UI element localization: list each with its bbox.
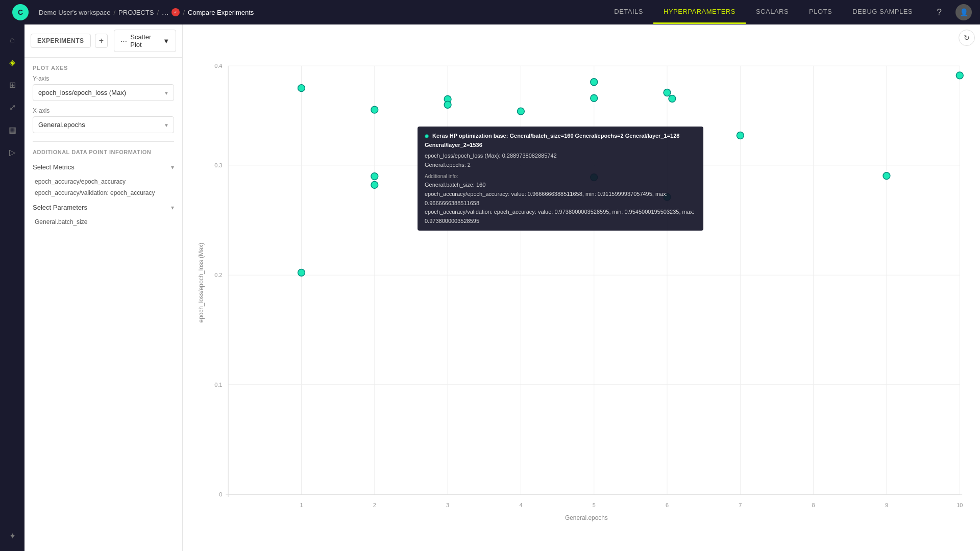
sidebar-icon-dataset[interactable]: ▦ <box>3 120 21 139</box>
data-point[interactable] <box>883 172 890 180</box>
breadcrumb: Demo User's workspace / PROJECTS / ... ✓… <box>39 8 604 17</box>
experiments-button[interactable]: EXPERIMENTS <box>31 34 91 48</box>
svg-text:6: 6 <box>666 502 669 508</box>
svg-text:9: 9 <box>885 502 888 508</box>
data-point[interactable] <box>664 89 671 96</box>
sep1: / <box>113 9 115 16</box>
svg-text:7: 7 <box>739 502 742 508</box>
x-axis-group: X-axis General.epochs <box>24 107 182 139</box>
data-point[interactable] <box>517 108 524 115</box>
logo[interactable]: C <box>12 4 29 20</box>
svg-text:0: 0 <box>219 491 222 497</box>
select-parameters-header[interactable]: Select Parameters ▾ <box>24 198 182 216</box>
scatter-icon: ⋯ <box>120 37 127 45</box>
scatter-plot-label: Scatter Plot <box>130 33 160 48</box>
main-layout: ⌂ ◈ ⊞ ⤢ ▦ ▷ ✦ EXPERIMENTS + ⋯ Scatter Pl… <box>0 24 980 551</box>
metrics-list: epoch_accuracy/epoch_accuracy epoch_accu… <box>24 176 182 198</box>
svg-text:10: 10 <box>957 502 963 508</box>
data-point[interactable] <box>298 269 305 276</box>
nav-tabs: DETAILS HYPERPARAMETERS SCALARS PLOTS DE… <box>604 1 923 24</box>
svg-text:General.epochs: General.epochs <box>565 514 608 521</box>
logo-area: C <box>8 4 33 20</box>
tab-scalars[interactable]: SCALARS <box>746 1 799 24</box>
data-point[interactable] <box>669 95 676 102</box>
breadcrumb-current: Compare Experiments <box>188 9 254 16</box>
nav-right: ? 👤 <box>931 4 972 20</box>
select-parameters-arrow-icon: ▾ <box>171 204 174 211</box>
x-axis-label: X-axis <box>33 107 174 114</box>
svg-text:3: 3 <box>446 502 449 508</box>
svg-text:0.2: 0.2 <box>214 272 222 278</box>
data-point[interactable] <box>444 101 451 108</box>
svg-text:0.3: 0.3 <box>214 162 222 168</box>
scatter-plot-dropdown[interactable]: ⋯ Scatter Plot ▼ <box>114 30 176 52</box>
dropdown-arrow-icon: ▼ <box>163 37 169 45</box>
top-nav: C Demo User's workspace / PROJECTS / ...… <box>0 0 980 24</box>
x-axis-select-wrapper: General.epochs <box>33 116 174 133</box>
toolbar: EXPERIMENTS + ⋯ Scatter Plot ▼ <box>24 24 182 58</box>
data-point[interactable] <box>591 94 598 102</box>
tab-hyperparameters[interactable]: HYPERPARAMETERS <box>653 1 746 24</box>
select-metrics-label: Select Metrics <box>33 163 75 171</box>
svg-text:8: 8 <box>812 502 815 508</box>
breadcrumb-status-icon: ✓ <box>172 8 180 16</box>
tab-plots[interactable]: PLOTS <box>799 1 842 24</box>
metric-item-1[interactable]: epoch_accuracy/validation: epoch_accurac… <box>24 187 182 198</box>
data-point[interactable] <box>371 106 378 113</box>
chart-area: ↻ <box>183 24 980 551</box>
help-icon[interactable]: ? <box>931 4 947 20</box>
sep2: / <box>157 9 159 16</box>
data-point[interactable] <box>956 72 963 79</box>
y-axis-select[interactable]: epoch_loss/epoch_loss (Max) <box>33 84 174 101</box>
data-point[interactable] <box>664 193 671 201</box>
sidebar-icon-slack[interactable]: ✦ <box>3 527 21 545</box>
additional-info-title: ADDITIONAL DATA POINT INFORMATION <box>24 144 182 158</box>
chart-container: 0 0.1 0.2 0.3 0.4 1 2 3 4 5 6 7 8 9 10 G… <box>193 35 970 541</box>
y-axis-group: Y-axis epoch_loss/epoch_loss (Max) <box>24 75 182 107</box>
metric-item-0[interactable]: epoch_accuracy/epoch_accuracy <box>24 176 182 187</box>
scatter-chart: 0 0.1 0.2 0.3 0.4 1 2 3 4 5 6 7 8 9 10 G… <box>193 35 970 541</box>
sidebar-icon-layers[interactable]: ⊞ <box>3 76 21 94</box>
svg-text:2: 2 <box>373 502 376 508</box>
data-point[interactable] <box>591 79 598 86</box>
avatar[interactable]: 👤 <box>955 4 972 20</box>
projects-link[interactable]: PROJECTS <box>118 9 154 16</box>
svg-text:epoch_loss/epoch_loss (Max): epoch_loss/epoch_loss (Max) <box>198 243 205 323</box>
divider-1 <box>33 141 174 142</box>
sidebar-icon-brain[interactable]: ◈ <box>3 53 21 71</box>
sep3: / <box>183 9 185 16</box>
sidebar-icon-home[interactable]: ⌂ <box>3 31 21 49</box>
select-metrics-header[interactable]: Select Metrics ▾ <box>24 158 182 176</box>
tab-details[interactable]: DETAILS <box>604 1 653 24</box>
y-axis-label: Y-axis <box>33 75 174 82</box>
add-experiment-button[interactable]: + <box>95 34 108 48</box>
sidebar-icon-pipeline[interactable]: ▷ <box>3 143 21 161</box>
svg-text:0.4: 0.4 <box>214 63 222 69</box>
data-point[interactable] <box>737 132 744 139</box>
y-axis-select-wrapper: epoch_loss/epoch_loss (Max) <box>33 84 174 101</box>
parameters-list: General.batch_size <box>24 216 182 228</box>
experiments-label: EXPERIMENTS <box>37 37 84 44</box>
svg-text:4: 4 <box>519 502 522 508</box>
sidebar-icons: ⌂ ◈ ⊞ ⤢ ▦ ▷ ✦ <box>0 24 24 551</box>
sidebar-icon-workflow[interactable]: ⤢ <box>3 98 21 116</box>
svg-text:1: 1 <box>300 502 303 508</box>
data-point[interactable] <box>298 85 305 92</box>
data-point[interactable] <box>371 181 378 188</box>
data-point[interactable] <box>591 174 598 181</box>
control-panel: EXPERIMENTS + ⋯ Scatter Plot ▼ PLOT AXES… <box>24 24 183 551</box>
x-axis-select[interactable]: General.epochs <box>33 116 174 133</box>
select-metrics-arrow-icon: ▾ <box>171 164 174 171</box>
breadcrumb-dots[interactable]: ... <box>162 8 168 17</box>
svg-text:5: 5 <box>593 502 596 508</box>
workspace-link[interactable]: Demo User's workspace <box>39 9 110 16</box>
tooltip-data-point[interactable] <box>371 173 378 180</box>
tab-debug-samples[interactable]: DEBUG SAMPLES <box>842 1 923 24</box>
plot-axes-title: PLOT AXES <box>24 58 182 75</box>
select-parameters-label: Select Parameters <box>33 204 87 211</box>
parameter-item-0[interactable]: General.batch_size <box>24 216 182 228</box>
svg-text:0.1: 0.1 <box>214 382 222 388</box>
